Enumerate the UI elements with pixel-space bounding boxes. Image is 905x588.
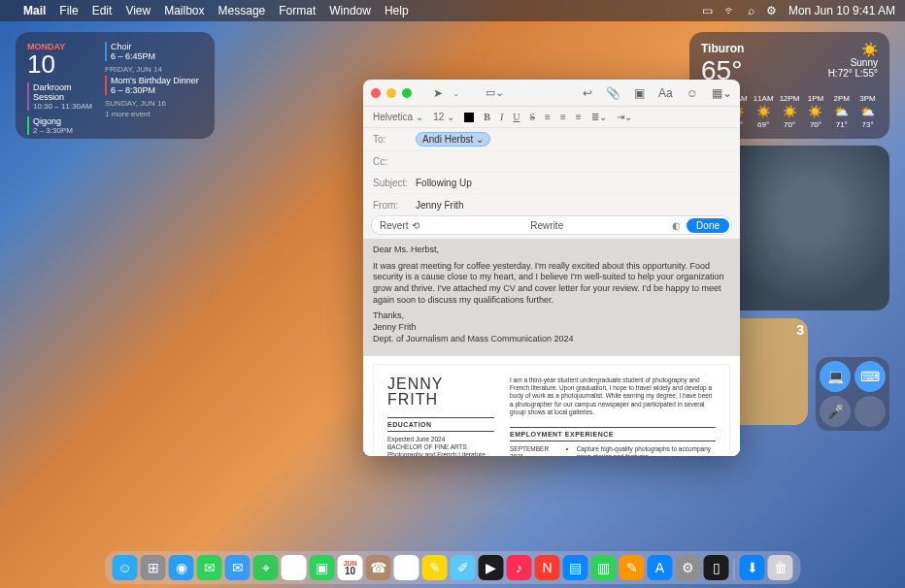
resume-name: JENNY FRITH bbox=[387, 376, 494, 408]
dock-calendar[interactable]: JUN10 bbox=[338, 555, 363, 580]
menu-mailbox[interactable]: Mailbox bbox=[164, 4, 204, 17]
rewrite-label[interactable]: Rewrite bbox=[427, 220, 666, 231]
body-sig: Thanks, bbox=[373, 310, 404, 320]
indent-icon[interactable]: ⇥⌄ bbox=[617, 112, 632, 122]
list-icon[interactable]: ≣⌄ bbox=[591, 112, 607, 122]
header-fields-icon[interactable]: ▭⌄ bbox=[486, 86, 504, 99]
calendar-widget[interactable]: MONDAY 10 Darkroom Session10:30 – 11:30A… bbox=[16, 32, 215, 139]
app-menu[interactable]: Mail bbox=[23, 4, 46, 17]
dock-iphone[interactable]: ▯ bbox=[704, 555, 729, 580]
format-icon[interactable]: Aa bbox=[658, 86, 673, 100]
menu-edit[interactable]: Edit bbox=[92, 4, 113, 17]
menu-message[interactable]: Message bbox=[218, 4, 266, 17]
dock-notes[interactable]: ✎ bbox=[422, 555, 448, 580]
strike-button[interactable]: S bbox=[530, 112, 536, 122]
cal-event[interactable]: Darkroom Session10:30 – 11:30AM bbox=[27, 82, 95, 111]
send-icon[interactable]: ➤ bbox=[433, 86, 443, 100]
keyboard-icon[interactable]: ⌨ bbox=[855, 361, 886, 392]
bold-button[interactable]: B bbox=[484, 112, 490, 122]
mic-icon[interactable]: 🎤 bbox=[820, 396, 851, 427]
cal-more[interactable]: 1 more event bbox=[105, 110, 203, 118]
mail-compose-window: ➤ ⌄ ▭⌄ ↩ 📎 ▣ Aa ☺ ▦⌄ Helvetica ⌄ 12 ⌄ B … bbox=[363, 80, 740, 456]
chevron-down-icon[interactable]: ⌄ bbox=[452, 88, 460, 98]
clock[interactable]: Mon Jun 10 9:41 AM bbox=[788, 4, 895, 17]
subject-row[interactable]: Subject: Following Up bbox=[363, 173, 740, 194]
continuity-widget[interactable]: 💻 ⌨ 🎤 bbox=[816, 357, 889, 431]
underline-button[interactable]: U bbox=[513, 112, 520, 122]
to-row[interactable]: To: Andi Herbst ⌄ bbox=[363, 128, 740, 151]
dock-facetime[interactable]: ▣ bbox=[310, 555, 335, 580]
exp-date: SEPTEMBER 2021 - PRESENT bbox=[510, 445, 557, 456]
battery-icon[interactable]: ▭ bbox=[702, 4, 713, 17]
color-swatch[interactable] bbox=[464, 113, 474, 122]
menu-view[interactable]: View bbox=[125, 4, 151, 17]
menu-window[interactable]: Window bbox=[329, 4, 371, 17]
cal-event[interactable]: Mom's Birthday Dinner6 – 8:30PM bbox=[105, 76, 203, 95]
align-left-icon[interactable]: ≡ bbox=[545, 112, 551, 122]
font-select[interactable]: Helvetica ⌄ bbox=[373, 112, 423, 122]
dock-settings[interactable]: ⚙ bbox=[676, 555, 701, 580]
control-center-icon[interactable]: ⚙ bbox=[766, 4, 777, 17]
dock-safari[interactable]: ◉ bbox=[169, 555, 194, 580]
rewrite-options-icon[interactable]: ◐ bbox=[666, 220, 687, 231]
reply-icon[interactable]: ↩ bbox=[583, 86, 592, 100]
menu-format[interactable]: Format bbox=[279, 4, 316, 17]
emoji-icon[interactable]: ☺ bbox=[687, 86, 698, 100]
cc-label: Cc: bbox=[373, 156, 416, 167]
dock-news[interactable]: N bbox=[535, 555, 560, 580]
cal-event[interactable]: Qigong2 – 3:30PM bbox=[27, 116, 95, 135]
dock-tv[interactable]: ▶ bbox=[479, 555, 504, 580]
markup-icon[interactable]: ▦⌄ bbox=[712, 86, 732, 100]
empty-control[interactable] bbox=[855, 396, 886, 427]
body-sig: Jenny Frith bbox=[373, 322, 417, 332]
exp-bullet: Capture high-quality photographs to acco… bbox=[577, 445, 716, 456]
dock-appstore[interactable]: A bbox=[648, 555, 673, 580]
dock-launchpad[interactable]: ⊞ bbox=[141, 555, 166, 580]
dock-music[interactable]: ♪ bbox=[507, 555, 532, 580]
dock-finder[interactable]: ☺ bbox=[113, 555, 138, 580]
revert-button[interactable]: Revert ⟲ bbox=[372, 220, 427, 231]
spotlight-icon[interactable]: ⌕ bbox=[748, 4, 754, 17]
laptop-icon[interactable]: 💻 bbox=[820, 361, 851, 392]
from-field[interactable]: Jenny Frith bbox=[416, 200, 730, 211]
dock-photos[interactable]: ✿ bbox=[282, 555, 307, 580]
dock-numbers[interactable]: ▥ bbox=[591, 555, 617, 580]
cal-daynum: 10 bbox=[27, 51, 95, 77]
body-area[interactable]: Dear Ms. Herbst, It was great meeting fo… bbox=[363, 239, 740, 456]
minimize-button[interactable] bbox=[386, 88, 396, 98]
weather-location: Tiburon bbox=[701, 42, 744, 55]
italic-button[interactable]: I bbox=[500, 112, 503, 122]
from-row[interactable]: From: Jenny Frith bbox=[363, 194, 740, 215]
dock-keynote[interactable]: ▤ bbox=[563, 555, 588, 580]
dock-reminders[interactable]: ☑ bbox=[394, 555, 419, 580]
to-recipient[interactable]: Andi Herbst ⌄ bbox=[416, 132, 490, 147]
format-bar: Helvetica ⌄ 12 ⌄ B I U S ≡ ≡ ≡ ≣⌄ ⇥⌄ bbox=[363, 107, 740, 128]
rewrite-toolbar: Revert ⟲ Rewrite ◐ Done bbox=[371, 215, 732, 235]
message-body[interactable]: Dear Ms. Herbst, It was great meeting fo… bbox=[363, 239, 740, 356]
zoom-button[interactable] bbox=[402, 88, 412, 98]
dock-maps[interactable]: ⌖ bbox=[253, 555, 279, 580]
menu-help[interactable]: Help bbox=[385, 4, 409, 17]
dock-messages[interactable]: ✉ bbox=[197, 555, 222, 580]
close-button[interactable] bbox=[371, 88, 381, 98]
resume-attachment[interactable]: JENNY FRITH EDUCATION Expected June 2024… bbox=[373, 364, 730, 457]
weather-hour: 2PM⛅71° bbox=[831, 94, 852, 129]
from-label: From: bbox=[373, 200, 416, 211]
menu-file[interactable]: File bbox=[59, 4, 78, 17]
wifi-icon[interactable]: ᯤ bbox=[724, 4, 736, 17]
subject-field[interactable]: Following Up bbox=[416, 178, 730, 188]
size-select[interactable]: 12 ⌄ bbox=[433, 112, 454, 122]
photo-icon[interactable]: ▣ bbox=[634, 86, 645, 100]
done-button[interactable]: Done bbox=[687, 218, 729, 233]
align-center-icon[interactable]: ≡ bbox=[560, 112, 566, 122]
align-right-icon[interactable]: ≡ bbox=[576, 112, 582, 122]
dock-contacts[interactable]: ☎ bbox=[366, 555, 391, 580]
dock-downloads[interactable]: ⬇ bbox=[740, 555, 765, 580]
dock-freeform[interactable]: ✐ bbox=[451, 555, 476, 580]
dock-mail[interactable]: ✉ bbox=[225, 555, 251, 580]
dock-pages[interactable]: ✎ bbox=[620, 555, 645, 580]
dock-trash[interactable]: 🗑 bbox=[768, 555, 793, 580]
cal-event[interactable]: Choir6 – 6:45PM bbox=[105, 42, 203, 61]
attach-icon[interactable]: 📎 bbox=[606, 86, 620, 100]
cc-row[interactable]: Cc: bbox=[363, 151, 740, 173]
